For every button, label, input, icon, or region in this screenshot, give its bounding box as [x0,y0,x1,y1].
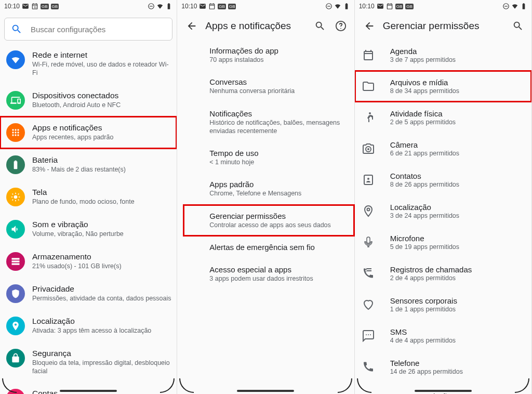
svg-point-3 [12,129,14,130]
item-sub: 3 apps podem usar dados irrestritos [209,274,347,283]
gmail-icon [199,3,206,10]
item-manage-permissions[interactable]: Gerenciar permissõesControlar acesso de … [183,205,354,236]
gmail-icon [377,3,384,10]
search-box[interactable] [4,18,172,41]
item-screen-time[interactable]: Tempo de uso< 1 minuto hoje [209,142,354,173]
wifi-icon [6,50,25,69]
gesture-bar[interactable] [60,390,117,392]
wifi-icon [511,3,518,10]
perm-microphone[interactable]: Microfone5 de 19 apps permitidos [355,227,531,258]
item-title: Localização [32,317,151,326]
svg-point-24 [369,112,371,114]
item-sub: 3 de 7 apps permitidos [390,56,456,63]
item-notifications[interactable]: NotificaçõesHistórico de notificações, b… [209,102,354,142]
gesture-corner-icon [179,378,194,393]
perm-location[interactable]: Localização3 de 24 apps permitidos [355,195,531,227]
battery-icon [165,3,172,10]
perm-contacts[interactable]: Contatos8 de 26 apps permitidos [355,164,531,195]
item-network[interactable]: Rede e internetWi-Fi, rede móvel, uso de… [0,44,177,84]
item-storage[interactable]: Armazenamento21% usado(s) - 101 GB livre… [0,245,177,278]
item-sub: 83% - Mais de 2 dias restante(s) [32,165,126,174]
item-security[interactable]: SegurançaBloqueio da tela, impressão dig… [0,342,177,383]
search-button[interactable] [310,16,330,36]
apps-list[interactable]: Informações do app70 apps instalados Con… [177,40,354,290]
svg-rect-13 [12,258,20,259]
search-icon [11,23,22,35]
svg-point-12 [14,195,18,199]
back-button[interactable] [359,16,380,36]
item-special-access[interactable]: Acesso especial a apps3 apps podem usar … [209,258,354,290]
item-sub: Controlar acesso de apps aos seus dados [209,221,347,229]
settings-list[interactable]: Rede e internetWi-Fi, rede móvel, uso de… [0,44,177,394]
item-connected-devices[interactable]: Dispositivos conectadosBluetooth, Androi… [0,84,177,116]
item-title: Segurança [32,349,171,358]
perm-files-media[interactable]: Arquivos e mídia8 de 34 apps permitidos [355,71,531,102]
calendar-icon [386,3,393,10]
item-accounts[interactable]: ContasGoogle, Twitter e Telegram [0,382,177,394]
volume-icon [6,220,25,239]
svg-point-11 [17,134,19,136]
item-emergency-alerts[interactable]: Alertas de emergência sem fio [209,236,354,258]
search-button[interactable] [508,16,528,36]
item-sub: 5 de 19 apps permitidos [390,243,459,251]
contacts-icon [362,174,375,186]
perm-physical-activity[interactable]: Atividade física2 de 5 apps permitidos [355,102,531,133]
item-title: Informações do app [209,46,347,55]
item-title: Registros de chamadas [390,265,472,274]
screen-apps-notifications: 10:10 GB GB Apps e notificações Informaç… [177,0,354,394]
svg-point-7 [15,132,16,133]
perm-other[interactable]: Outras permissões [355,383,531,394]
status-badge-icon: GB [405,4,414,9]
item-sub: 3 de 24 apps permitidos [390,212,459,219]
perm-phone[interactable]: Telefone14 de 26 apps permitidos [355,351,531,383]
item-sub: 8 de 34 apps permitidos [390,87,459,95]
item-sound[interactable]: Som e vibraçãoVolume, vibração, Não pert… [0,213,177,245]
item-sub: 21% usado(s) - 101 GB livre(s) [32,262,122,270]
mic-icon [362,236,375,248]
header: Apps e notificações [177,12,354,40]
gmail-icon [22,3,29,10]
svg-point-25 [367,148,369,150]
item-sub: Bloqueio da tela, impressão digital, des… [32,359,171,376]
perm-sms[interactable]: SMS4 de 4 apps permitidos [355,320,531,351]
wifi-icon [334,3,341,10]
calendar-icon [208,3,216,10]
perm-body-sensors[interactable]: Sensores corporais1 de 1 apps permitidos [355,289,531,320]
call-log-icon [362,267,375,280]
item-app-info[interactable]: Informações do app70 apps instalados [209,40,354,71]
svg-point-27 [367,178,369,180]
sms-icon [362,330,375,342]
item-title: Armazenamento [32,252,122,261]
gesture-bar[interactable] [415,390,472,392]
perm-call-logs[interactable]: Registros de chamadas2 de 4 apps permiti… [355,258,531,289]
perm-camera[interactable]: Câmera6 de 21 apps permitidos [355,133,531,164]
permissions-list[interactable]: Agenda3 de 7 apps permitidos Arquivos e … [355,40,531,394]
search-input[interactable] [31,25,166,34]
gesture-bar[interactable] [237,390,294,392]
help-button[interactable] [330,16,351,36]
item-title: Dispositivos conectados [32,91,121,100]
wifi-icon [156,3,164,10]
item-title: Gerenciar permissões [209,212,347,220]
item-conversations[interactable]: ConversasNenhuma conversa prioritária [209,71,354,102]
lock-icon [6,349,25,367]
perm-calendar[interactable]: Agenda3 de 7 apps permitidos [355,40,531,71]
item-privacy[interactable]: PrivacidadePermissões, atividade da cont… [0,278,177,310]
status-badge-icon: GB [228,4,236,9]
item-default-apps[interactable]: Apps padrãoChrome, Telefone e Mensagens [209,173,354,204]
svg-point-5 [17,129,19,130]
item-sub: Wi-Fi, rede móvel, uso de dados e rotead… [32,60,171,77]
storage-icon [6,252,25,271]
item-display[interactable]: TelaPlano de fundo, modo ocioso, fonte [0,181,177,213]
item-apps-notifications[interactable]: Apps e notificaçõesApps recentes, apps p… [0,116,177,149]
screen-settings: 10:10 31 GB GB Rede e internetWi-Fi, red… [0,0,177,394]
item-title: Tela [32,188,135,197]
item-location[interactable]: LocalizaçãoAtivada: 3 apps têm acesso à … [0,310,177,342]
privacy-icon [6,284,25,303]
item-sub: 2 de 5 apps permitidos [390,119,456,126]
item-sub: Volume, vibração, Não perturbe [32,230,124,238]
back-button[interactable] [181,16,202,36]
item-battery[interactable]: Bateria83% - Mais de 2 dias restante(s) [0,149,177,181]
status-badge-icon: GB [51,4,59,9]
status-time: 10:10 [359,3,375,10]
